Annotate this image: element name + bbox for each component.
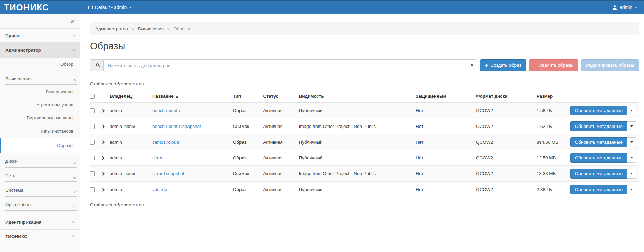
sort-ascending-icon [176, 96, 178, 98]
update-metadata-button[interactable]: Обновить метаданные [570, 121, 627, 131]
row-select-cell [90, 118, 101, 134]
visibility-cell: Image from Other Project - Non-Public [299, 118, 416, 134]
chevron-right-icon[interactable] [101, 172, 104, 175]
update-metadata-button[interactable]: Обновить метаданные [570, 137, 627, 147]
row-checkbox[interactable] [90, 187, 95, 192]
sidebar-item-admin[interactable]: Администратор [0, 42, 80, 58]
sidebar-section-volumes[interactable]: Диски [5, 153, 77, 168]
user-menu[interactable]: admin [613, 5, 644, 10]
column-header-disk-format[interactable]: Формат диска [476, 90, 537, 103]
column-header-size[interactable]: Размер [537, 90, 570, 103]
disk-format-cell: QCOW2 [476, 134, 537, 150]
image-name-link[interactable]: cirros [152, 155, 163, 160]
row-actions-cell: Обновить метаданные [570, 134, 639, 150]
table-row: admin_tionix bench-ubuntu1snapshot Снимо… [90, 118, 639, 134]
delete-images-button[interactable]: Удалить образы [529, 59, 578, 71]
visibility-cell: Публичный [299, 150, 416, 166]
name-cell: bench-ubuntu1snapshot [152, 118, 233, 134]
context-switcher[interactable]: Default • admin [80, 5, 132, 10]
column-header-type[interactable]: Тип [233, 90, 263, 103]
create-image-button[interactable]: + Создать образ [480, 59, 526, 71]
chevron-down-icon [72, 234, 75, 237]
sidebar-item-host-aggregates[interactable]: Агрегаторы узлов [0, 98, 80, 111]
protected-cell: Нет [416, 150, 476, 166]
row-expand-cell [101, 182, 110, 197]
row-actions-cell: Обновить метаданные [570, 166, 639, 182]
sidebar-section-label: Вычисления [5, 76, 32, 81]
image-name-link[interactable]: vdi_rdp [152, 187, 167, 192]
visibility-cell: Публичный [299, 134, 416, 150]
sidebar-section-optimization[interactable]: Optimization [5, 197, 77, 211]
column-header-protected[interactable]: Защищенный [416, 90, 476, 103]
chevron-right-icon[interactable] [101, 140, 104, 144]
row-actions-cell: Обновить метаданные [570, 150, 639, 166]
sidebar-item-identity[interactable]: Идентификация [0, 215, 80, 229]
row-checkbox[interactable] [90, 156, 95, 160]
breadcrumb-link-admin[interactable]: Администратор [95, 26, 128, 31]
sidebar-collapse-button[interactable]: « [0, 14, 80, 28]
sidebar-section-label: Диски [5, 159, 18, 164]
column-header-owner[interactable]: Владелец [110, 90, 152, 103]
name-cell: cirros1snapshot [152, 166, 233, 182]
update-metadata-button[interactable]: Обновить метаданные [570, 153, 627, 163]
sidebar-item-project[interactable]: Проект [0, 28, 80, 42]
sidebar-section-label: Система [5, 188, 23, 193]
breadcrumb-link-compute[interactable]: Вычисления [138, 26, 164, 31]
chevron-up-icon [72, 49, 75, 52]
chevron-right-icon[interactable] [101, 188, 104, 191]
row-actions-dropdown-toggle[interactable] [627, 137, 636, 147]
brand-logo[interactable]: ТИОНИКС [0, 1, 80, 14]
row-expand-cell [101, 166, 110, 182]
row-checkbox[interactable] [90, 171, 95, 176]
sidebar-item-instances[interactable]: Виртуальные машины [0, 111, 80, 124]
sidebar-item-images[interactable]: Образы [0, 138, 80, 153]
image-name-link[interactable]: centos7cloud [152, 140, 179, 145]
edit-images-button[interactable]: Редактировать образы [581, 59, 639, 71]
column-header-status[interactable]: Статус [263, 90, 299, 103]
create-image-label: Создать образ [490, 63, 521, 68]
update-metadata-button[interactable]: Обновить метаданные [570, 169, 627, 179]
row-actions-dropdown-toggle[interactable] [627, 121, 636, 131]
row-actions-dropdown-toggle[interactable] [627, 106, 636, 115]
sidebar-item-hypervisors[interactable]: Гипервизоры [0, 85, 80, 98]
sidebar-section-compute[interactable]: Вычисления [5, 71, 77, 85]
row-actions-dropdown-toggle[interactable] [627, 169, 636, 179]
update-metadata-button[interactable]: Обновить метаданные [570, 106, 627, 115]
sidebar-item-label: ТИОНИКС [5, 234, 28, 239]
row-checkbox[interactable] [90, 124, 95, 129]
size-cell: 1.58 ГБ [537, 103, 570, 118]
chevron-right-icon[interactable] [101, 124, 104, 128]
sidebar-section-network[interactable]: Сеть [5, 168, 77, 182]
row-actions-dropdown-toggle[interactable] [627, 153, 636, 163]
status-cell: Активная [263, 150, 299, 166]
sidebar-item-tionix[interactable]: ТИОНИКС [0, 229, 80, 243]
search-addon [90, 59, 103, 71]
sidebar-section-system[interactable]: Система [5, 182, 77, 197]
row-actions-cell: Обновить метаданные [570, 182, 639, 197]
filter-input[interactable] [103, 59, 477, 71]
select-all-checkbox[interactable] [90, 94, 95, 99]
image-name-link[interactable]: bench-ubuntu [152, 108, 180, 113]
sidebar-item-flavors[interactable]: Типы инстансов [0, 124, 80, 138]
row-actions-dropdown-toggle[interactable] [627, 185, 636, 194]
chevron-right-icon[interactable] [101, 109, 104, 112]
column-header-visibility[interactable]: Видимость [299, 90, 416, 103]
sidebar-section-label: Сеть [5, 173, 15, 178]
column-header-name[interactable]: Название [152, 90, 233, 103]
image-name-link[interactable]: bench-ubuntu1snapshot [152, 124, 201, 129]
clear-filter-icon[interactable]: × [471, 62, 474, 69]
visibility-cell: Публичный [299, 103, 416, 118]
images-table: Владелец Название Тип Статус Видимость З… [90, 90, 639, 197]
row-checkbox[interactable] [90, 140, 95, 145]
sidebar: « Проект Администратор Обзор Вычисления … [0, 14, 80, 252]
update-metadata-button[interactable]: Обновить метаданные [570, 185, 627, 194]
sidebar-item-overview[interactable]: Обзор [0, 58, 80, 71]
caret-down-icon [630, 173, 633, 174]
image-name-link[interactable]: cirros1snapshot [152, 171, 184, 176]
disk-format-cell: QCOW2 [476, 118, 537, 134]
domain-project-icon [88, 6, 93, 9]
size-cell: 18.38 МБ [537, 166, 570, 182]
chevron-right-icon[interactable] [101, 156, 104, 160]
owner-cell: admin [110, 134, 152, 150]
row-checkbox[interactable] [90, 108, 95, 113]
